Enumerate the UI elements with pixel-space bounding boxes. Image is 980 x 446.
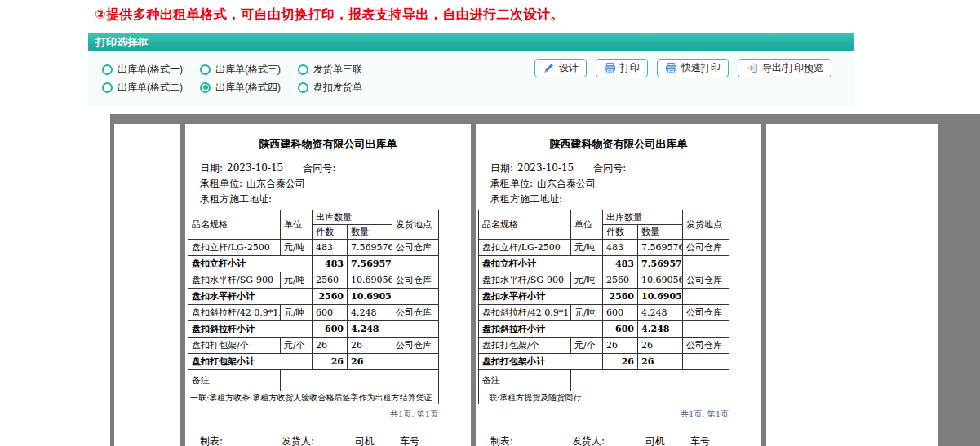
item-row: 盘扣打包架/个元/个2626公司仓库 bbox=[479, 338, 729, 354]
print-button-label: 打印 bbox=[620, 61, 640, 75]
cell-unit: 元/吨 bbox=[281, 305, 313, 321]
col-unit: 单位 bbox=[281, 210, 313, 240]
radio-format-3[interactable]: 出库单(格式三) bbox=[200, 60, 298, 78]
remark-row: 备注 bbox=[479, 370, 729, 391]
quick-print-button[interactable]: 快速打印 bbox=[657, 59, 729, 77]
col-product: 品名规格 bbox=[188, 210, 281, 240]
radio-icon bbox=[298, 82, 308, 93]
export-preview-button[interactable]: 导出/打印预览 bbox=[738, 59, 831, 77]
cell-qty: 7.569576 bbox=[638, 240, 683, 256]
cell-subtotal-name: 盘扣水平杆小计 bbox=[188, 289, 313, 305]
cell-location bbox=[392, 354, 439, 370]
cell-subtotal-name: 盘扣立杆小计 bbox=[188, 256, 313, 272]
cell-unit: 元/吨 bbox=[571, 240, 603, 256]
address-label: 承租方施工地址: bbox=[200, 193, 272, 205]
vehicle-label: 车号 bbox=[690, 435, 710, 446]
cell-qty: 7.569576 bbox=[638, 256, 683, 272]
cell-pieces: 26 bbox=[313, 338, 348, 354]
cell-location: 公司仓库 bbox=[392, 338, 439, 354]
table-header-row: 品名规格 单位 出库数量 发货地点 bbox=[188, 210, 439, 225]
design-icon bbox=[543, 62, 555, 74]
cell-qty: 10.69056 bbox=[348, 289, 392, 305]
radio-icon bbox=[200, 64, 211, 75]
document-footer: 制表: 发货人: 司机 车号 bbox=[185, 435, 471, 446]
lessee-label: 承租单位: bbox=[490, 178, 533, 189]
copy-note: 二联:承租方提货及随货同行 bbox=[479, 391, 729, 404]
cell-pieces: 26 bbox=[313, 354, 348, 370]
cell-location: 公司仓库 bbox=[392, 305, 439, 321]
cell-location: 公司仓库 bbox=[683, 305, 729, 321]
radio-format-1[interactable]: 出库单(格式一) bbox=[102, 60, 200, 78]
radio-format-4[interactable]: 出库单(格式四) bbox=[200, 78, 298, 96]
col-qty-group: 出库数量 bbox=[313, 210, 392, 225]
item-row: 盘扣斜拉杆/42 0.9*1.5元/吨6004.248公司仓库 bbox=[188, 305, 439, 321]
cell-unit: 元/个 bbox=[571, 338, 603, 354]
cell-unit: 元/吨 bbox=[281, 272, 313, 289]
date-label: 日期: bbox=[200, 162, 223, 174]
col-pieces: 件数 bbox=[313, 225, 348, 240]
cell-qty: 7.569576 bbox=[348, 256, 392, 272]
cell-pieces: 600 bbox=[603, 305, 638, 321]
cell-product: 盘扣打包架/个 bbox=[188, 338, 281, 354]
date-line: 日期:2023-10-15合同号: bbox=[490, 161, 761, 176]
document-title: 陕西建科物资有限公司出库单 bbox=[476, 137, 761, 152]
cell-pieces: 2560 bbox=[313, 289, 348, 305]
item-row: 盘扣立杆/LG-2500元/吨4837.569576公司仓库 bbox=[188, 240, 439, 256]
item-row: 盘扣水平杆/SG-900元/吨256010.69056公司仓库 bbox=[188, 272, 439, 289]
page-info: 共1页, 第1页 bbox=[476, 408, 729, 420]
cell-product: 盘扣斜拉杆/42 0.9*1.5 bbox=[479, 305, 571, 321]
col-qty: 数量 bbox=[348, 225, 392, 240]
remark-label: 备注 bbox=[188, 370, 281, 391]
radio-label: 出库单(格式二) bbox=[118, 81, 183, 95]
driver-label: 司机 bbox=[355, 435, 375, 446]
radio-panko-delivery[interactable]: 盘扣发货单 bbox=[298, 78, 396, 96]
document-title: 陕西建科物资有限公司出库单 bbox=[185, 137, 471, 152]
shipper-label: 发货人: bbox=[572, 435, 605, 446]
cell-qty: 4.248 bbox=[638, 305, 683, 321]
cell-qty: 7.569576 bbox=[348, 240, 392, 256]
subtotal-row: 盘扣打包架小计2626 bbox=[479, 354, 729, 370]
item-row: 盘扣打包架/个元/个2626公司仓库 bbox=[188, 338, 439, 354]
cell-subtotal-name: 盘扣打包架小计 bbox=[479, 354, 603, 370]
date-value: 2023-10-15 bbox=[227, 162, 283, 174]
radio-label: 盘扣发货单 bbox=[313, 81, 362, 95]
cell-pieces: 600 bbox=[603, 321, 638, 338]
cell-product: 盘扣立杆/LG-2500 bbox=[479, 240, 571, 256]
table-header-row: 品名规格 单位 出库数量 发货地点 bbox=[479, 210, 729, 225]
printer-icon bbox=[604, 62, 616, 74]
quick-printer-icon bbox=[665, 62, 677, 74]
print-page-copy-2: 陕西建科物资有限公司出库单 日期:2023-10-15合同号: 承租单位:山东合… bbox=[476, 124, 761, 446]
print-button[interactable]: 打印 bbox=[596, 59, 648, 77]
subtotal-row: 盘扣斜拉杆小计6004.248 bbox=[479, 321, 729, 338]
radio-format-2[interactable]: 出库单(格式二) bbox=[102, 78, 200, 96]
cell-qty: 10.69056 bbox=[638, 272, 683, 289]
cell-pieces: 483 bbox=[313, 240, 348, 256]
col-location: 发货地点 bbox=[392, 210, 439, 240]
item-row: 盘扣斜拉杆/42 0.9*1.5元/吨6004.248公司仓库 bbox=[479, 305, 729, 321]
page-margin-left bbox=[114, 124, 180, 446]
radio-delivery-triplicate[interactable]: 发货单三联 bbox=[298, 60, 396, 78]
cell-qty: 10.69056 bbox=[348, 272, 392, 289]
panel-title: 打印选择框 bbox=[88, 33, 854, 51]
cell-unit: 元/吨 bbox=[571, 272, 603, 289]
lessee-value: 山东合泰公司 bbox=[246, 178, 305, 189]
cell-qty: 4.248 bbox=[348, 305, 392, 321]
remark-row: 备注 bbox=[188, 370, 439, 391]
col-qty: 数量 bbox=[638, 225, 683, 240]
cell-location bbox=[392, 321, 439, 338]
cell-qty: 4.248 bbox=[638, 321, 683, 338]
radio-label: 出库单(格式三) bbox=[215, 63, 281, 77]
driver-label: 司机 bbox=[645, 435, 665, 446]
item-row: 盘扣立杆/LG-2500元/吨4837.569576公司仓库 bbox=[479, 240, 729, 256]
contract-label: 合同号: bbox=[303, 162, 335, 174]
design-button[interactable]: 设计 bbox=[534, 59, 587, 77]
outbound-table: 品名规格 单位 出库数量 发货地点 件数 数量 盘扣立杆/LG-2500元/吨4… bbox=[478, 210, 729, 404]
remark-value bbox=[571, 370, 729, 391]
cell-pieces: 26 bbox=[603, 338, 638, 354]
date-line: 日期:2023-10-15合同号: bbox=[200, 161, 471, 176]
copy-note: 一联:承租方收条 承租方收货人验收合格后签字作为出租方结算凭证 bbox=[188, 391, 439, 404]
subtotal-row: 盘扣水平杆小计256010.69056 bbox=[479, 289, 729, 305]
address-label: 承租方施工地址: bbox=[490, 193, 562, 205]
cell-pieces: 2560 bbox=[603, 272, 638, 289]
cell-pieces: 26 bbox=[603, 354, 638, 370]
